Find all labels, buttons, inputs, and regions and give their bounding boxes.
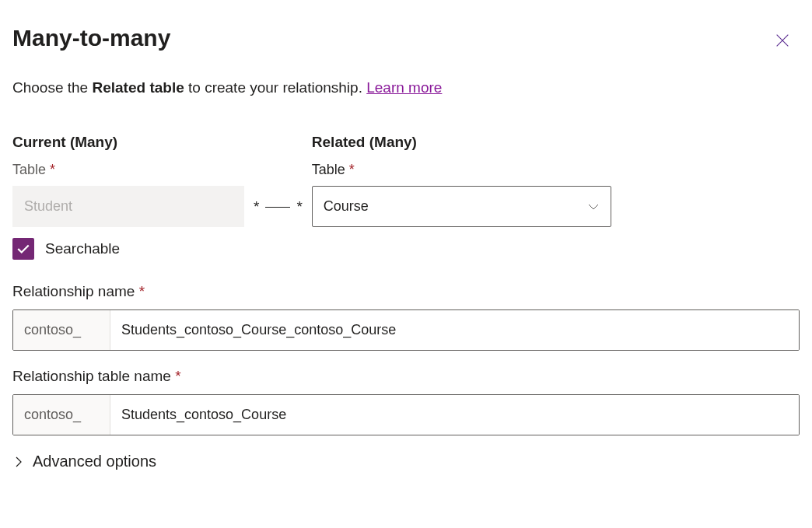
relationship-table-name-label: Relationship table name * — [12, 368, 800, 385]
description-text: Choose the Related table to create your … — [12, 79, 800, 96]
learn-more-link[interactable]: Learn more — [366, 79, 442, 96]
related-heading: Related (Many) — [312, 134, 611, 151]
page-title: Many-to-many — [12, 25, 170, 51]
related-table-label: Table * — [312, 162, 611, 178]
chevron-down-icon — [587, 201, 600, 213]
relationship-table-name-input[interactable] — [110, 395, 799, 435]
checkmark-icon — [16, 242, 30, 256]
advanced-options-toggle[interactable]: Advanced options — [12, 453, 800, 470]
chevron-right-icon — [12, 456, 25, 468]
close-icon — [774, 32, 791, 49]
searchable-label: Searchable — [45, 240, 120, 257]
relationship-name-input[interactable] — [110, 310, 799, 350]
relationship-connector: * * — [244, 186, 312, 227]
relationship-name-label: Relationship name * — [12, 283, 800, 300]
close-button[interactable] — [773, 31, 792, 50]
related-table-dropdown[interactable]: Course — [312, 186, 611, 227]
relationship-table-name-prefix: contoso_ — [13, 395, 110, 435]
relationship-name-prefix: contoso_ — [13, 310, 110, 350]
current-table-label: Table * — [12, 162, 244, 178]
current-table-field: Student — [12, 186, 244, 227]
searchable-checkbox[interactable] — [12, 238, 34, 260]
current-heading: Current (Many) — [12, 134, 244, 151]
